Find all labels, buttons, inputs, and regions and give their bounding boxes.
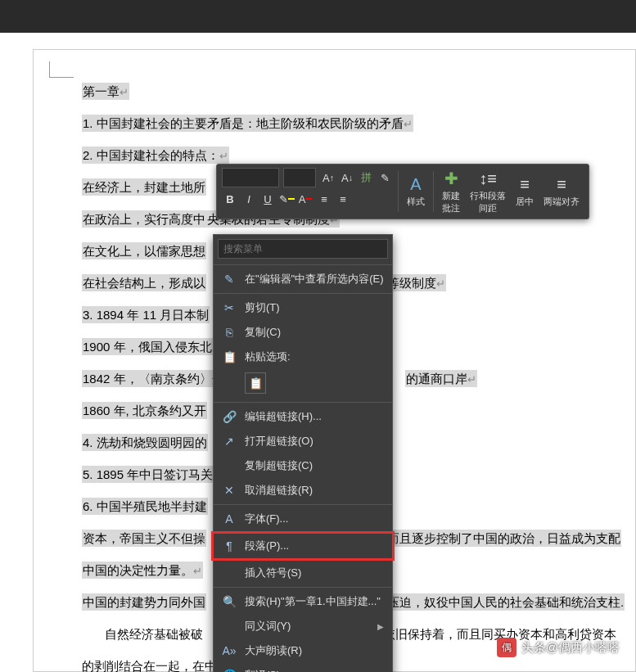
bullets-button[interactable]: ≡ xyxy=(316,191,332,207)
paste-icon: 📋 xyxy=(222,350,237,363)
speaker-icon: A» xyxy=(222,644,237,657)
copy-hyperlink-item[interactable]: 复制超链接(C) xyxy=(214,453,392,478)
styles-icon: A xyxy=(410,175,421,194)
menu-search-container xyxy=(214,235,392,263)
align-justify-icon: ≡ xyxy=(557,175,566,194)
unlink-icon: ✕ xyxy=(222,484,237,497)
text-line: 第一章 xyxy=(82,82,636,101)
bold-button[interactable]: B xyxy=(222,191,238,207)
remove-hyperlink-item[interactable]: ✕ 取消超链接(R) xyxy=(214,478,392,503)
highlight-color-button[interactable]: ✎ xyxy=(278,191,295,207)
increase-font-button[interactable]: A↑ xyxy=(320,169,336,186)
font-size-select[interactable] xyxy=(283,168,316,187)
context-menu: ✎ 在"编辑器"中查看所选内容(E) ✂ 剪切(T) ⎘ 复制(C) 📋 粘贴选… xyxy=(213,234,393,672)
read-aloud-item[interactable]: A» 大声朗读(R) xyxy=(214,638,392,663)
phonetic-button[interactable]: 拼 xyxy=(358,169,374,186)
align-center-icon: ≡ xyxy=(520,175,530,194)
translate-item[interactable]: 🌐 翻译(S) xyxy=(214,663,392,672)
search-item[interactable]: 🔍 搜索(H)"第一章1.中国封建..." xyxy=(214,589,392,614)
justify-button[interactable]: ≡ 两端对齐 xyxy=(539,166,584,217)
font-icon: A xyxy=(222,512,237,525)
paste-options-label: 📋 粘贴选项: xyxy=(214,345,392,369)
line-spacing-button[interactable]: ↕≡ 行和段落 间距 xyxy=(465,166,511,217)
paste-keep-source-button[interactable]: 📋 xyxy=(245,372,266,394)
translate-icon: 🌐 xyxy=(222,669,237,672)
decrease-font-button[interactable]: A↓ xyxy=(339,169,355,186)
center-button[interactable]: ≡ 居中 xyxy=(511,166,539,217)
chevron-right-icon: ▶ xyxy=(377,622,384,631)
watermark-text: 头条@偶西小嗒嗒 xyxy=(521,640,620,656)
text-line: 1. 中国封建社会的主要矛盾是：地主阶级和农民阶级的矛盾 xyxy=(82,114,636,133)
view-in-editor-item[interactable]: ✎ 在"编辑器"中查看所选内容(E) xyxy=(214,267,392,291)
editor-icon: ✎ xyxy=(222,273,237,286)
mini-toolbar: A↑ A↓ 拼 ✎ B I U ✎ A ≡ ≡ A 样式 ✚ 新建 批注 ↕≡ … xyxy=(216,164,589,219)
font-item[interactable]: A 字体(F)... xyxy=(214,507,392,531)
numbering-button[interactable]: ≡ xyxy=(335,191,351,207)
ribbon-bar xyxy=(0,0,636,33)
paragraph-icon: ¶ xyxy=(222,539,237,552)
edit-hyperlink-item[interactable]: 🔗 编辑超链接(H)... xyxy=(214,404,392,429)
cut-item[interactable]: ✂ 剪切(T) xyxy=(214,295,392,320)
link-icon: 🔗 xyxy=(222,410,237,423)
watermark: 偶 头条@偶西小嗒嗒 xyxy=(497,638,620,657)
comment-icon: ✚ xyxy=(444,169,458,188)
new-comment-button[interactable]: ✚ 新建 批注 xyxy=(437,166,465,217)
underline-button[interactable]: U xyxy=(259,191,276,207)
cut-icon: ✂ xyxy=(222,301,237,314)
watermark-avatar-icon: 偶 xyxy=(497,638,516,657)
line-spacing-icon: ↕≡ xyxy=(479,169,497,188)
menu-search-input[interactable] xyxy=(218,239,388,259)
page-corner-mark xyxy=(49,61,74,78)
synonyms-item[interactable]: 同义词(Y) ▶ xyxy=(214,614,392,638)
font-color-button[interactable]: A xyxy=(297,191,313,207)
open-link-icon: ↗ xyxy=(222,435,237,448)
format-painter-button[interactable]: ✎ xyxy=(377,169,393,186)
italic-button[interactable]: I xyxy=(241,191,257,207)
search-icon: 🔍 xyxy=(222,595,237,608)
paragraph-item[interactable]: ¶ 段落(P)... xyxy=(214,534,392,558)
font-family-select[interactable] xyxy=(222,168,279,187)
highlighted-paragraph-item: ¶ 段落(P)... xyxy=(211,531,395,561)
paste-options: 📋 xyxy=(214,369,392,400)
copy-item[interactable]: ⎘ 复制(C) xyxy=(214,320,392,345)
styles-button[interactable]: A 样式 xyxy=(402,166,430,217)
insert-symbol-item[interactable]: 插入符号(S) xyxy=(214,561,392,585)
open-hyperlink-item[interactable]: ↗ 打开超链接(O) xyxy=(214,429,392,453)
text-line: 2. 中国封建社会的特点： xyxy=(82,146,636,165)
copy-icon: ⎘ xyxy=(222,326,237,339)
